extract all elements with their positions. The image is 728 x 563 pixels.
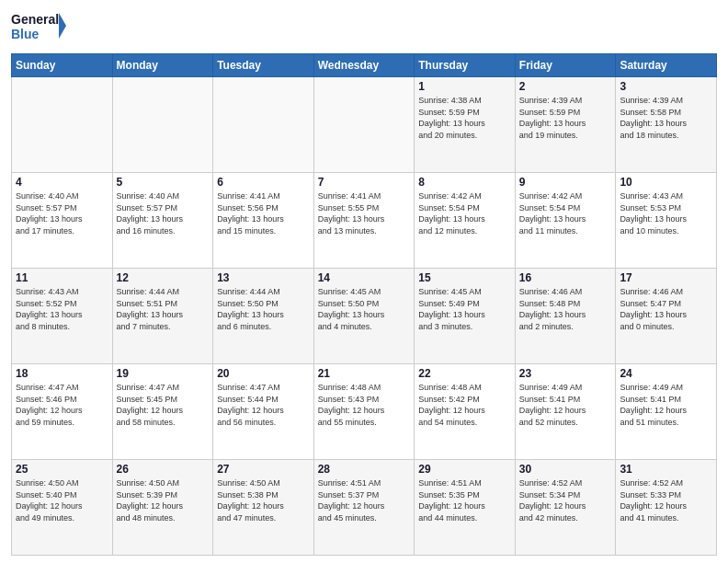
calendar-week-row: 18Sunrise: 4:47 AM Sunset: 5:46 PM Dayli… <box>12 364 717 460</box>
day-info: Sunrise: 4:49 AM Sunset: 5:41 PM Dayligh… <box>519 382 612 428</box>
day-info: Sunrise: 4:39 AM Sunset: 5:58 PM Dayligh… <box>620 95 712 141</box>
day-number: 30 <box>519 463 612 476</box>
calendar-day-cell: 27Sunrise: 4:50 AM Sunset: 5:38 PM Dayli… <box>213 460 314 556</box>
header: General Blue <box>11 9 717 48</box>
calendar-day-cell: 3Sunrise: 4:39 AM Sunset: 5:58 PM Daylig… <box>616 77 717 173</box>
day-number: 13 <box>217 271 310 284</box>
day-number: 20 <box>217 367 310 380</box>
calendar-day-cell: 15Sunrise: 4:45 AM Sunset: 5:49 PM Dayli… <box>415 269 516 364</box>
day-info: Sunrise: 4:38 AM Sunset: 5:59 PM Dayligh… <box>418 95 511 141</box>
weekday-header: Friday <box>515 54 616 77</box>
calendar-day-cell: 23Sunrise: 4:49 AM Sunset: 5:41 PM Dayli… <box>515 364 616 460</box>
calendar-day-cell: 18Sunrise: 4:47 AM Sunset: 5:46 PM Dayli… <box>12 364 113 460</box>
day-number: 25 <box>16 463 108 476</box>
day-number: 23 <box>519 367 612 380</box>
calendar-day-cell: 19Sunrise: 4:47 AM Sunset: 5:45 PM Dayli… <box>112 364 213 460</box>
calendar-day-cell: 25Sunrise: 4:50 AM Sunset: 5:40 PM Dayli… <box>12 460 113 556</box>
day-info: Sunrise: 4:42 AM Sunset: 5:54 PM Dayligh… <box>418 190 511 236</box>
calendar-day-cell <box>313 77 415 173</box>
day-number: 22 <box>418 367 511 380</box>
day-number: 6 <box>217 176 310 189</box>
day-number: 17 <box>620 271 712 284</box>
weekday-header: Monday <box>112 54 213 77</box>
day-info: Sunrise: 4:46 AM Sunset: 5:47 PM Dayligh… <box>620 286 712 332</box>
calendar-day-cell: 17Sunrise: 4:46 AM Sunset: 5:47 PM Dayli… <box>616 269 717 364</box>
calendar-day-cell: 24Sunrise: 4:49 AM Sunset: 5:41 PM Dayli… <box>616 364 717 460</box>
day-info: Sunrise: 4:45 AM Sunset: 5:49 PM Dayligh… <box>418 286 511 332</box>
day-number: 8 <box>418 176 511 189</box>
weekday-header: Thursday <box>415 54 516 77</box>
day-number: 27 <box>217 463 310 476</box>
day-number: 1 <box>418 80 511 93</box>
day-info: Sunrise: 4:41 AM Sunset: 5:56 PM Dayligh… <box>217 190 310 236</box>
calendar-day-cell: 26Sunrise: 4:50 AM Sunset: 5:39 PM Dayli… <box>112 460 213 556</box>
day-info: Sunrise: 4:40 AM Sunset: 5:57 PM Dayligh… <box>16 190 108 236</box>
calendar-day-cell: 8Sunrise: 4:42 AM Sunset: 5:54 PM Daylig… <box>415 173 516 269</box>
day-info: Sunrise: 4:44 AM Sunset: 5:50 PM Dayligh… <box>217 286 310 332</box>
day-number: 31 <box>620 463 712 476</box>
calendar-day-cell: 22Sunrise: 4:48 AM Sunset: 5:42 PM Dayli… <box>415 364 516 460</box>
day-info: Sunrise: 4:39 AM Sunset: 5:59 PM Dayligh… <box>519 95 612 141</box>
weekday-header: Wednesday <box>313 54 415 77</box>
calendar-day-cell: 21Sunrise: 4:48 AM Sunset: 5:43 PM Dayli… <box>313 364 415 460</box>
day-info: Sunrise: 4:45 AM Sunset: 5:50 PM Dayligh… <box>318 286 411 332</box>
day-number: 24 <box>620 367 712 380</box>
day-number: 7 <box>318 176 411 189</box>
day-info: Sunrise: 4:46 AM Sunset: 5:48 PM Dayligh… <box>519 286 612 332</box>
calendar-day-cell: 12Sunrise: 4:44 AM Sunset: 5:51 PM Dayli… <box>112 269 213 364</box>
svg-text:Blue: Blue <box>11 27 40 41</box>
day-number: 29 <box>418 463 511 476</box>
day-number: 21 <box>318 367 411 380</box>
day-number: 5 <box>117 176 210 189</box>
day-info: Sunrise: 4:47 AM Sunset: 5:45 PM Dayligh… <box>117 382 210 428</box>
weekday-header: Tuesday <box>213 54 314 77</box>
calendar-week-row: 4Sunrise: 4:40 AM Sunset: 5:57 PM Daylig… <box>12 173 717 269</box>
calendar-table: SundayMondayTuesdayWednesdayThursdayFrid… <box>11 53 717 556</box>
calendar-day-cell: 6Sunrise: 4:41 AM Sunset: 5:56 PM Daylig… <box>213 173 314 269</box>
weekday-header: Sunday <box>12 54 113 77</box>
calendar-day-cell: 29Sunrise: 4:51 AM Sunset: 5:35 PM Dayli… <box>415 460 516 556</box>
day-info: Sunrise: 4:43 AM Sunset: 5:52 PM Dayligh… <box>16 286 108 332</box>
calendar-day-cell: 11Sunrise: 4:43 AM Sunset: 5:52 PM Dayli… <box>12 269 113 364</box>
day-number: 19 <box>117 367 210 380</box>
calendar-day-cell: 14Sunrise: 4:45 AM Sunset: 5:50 PM Dayli… <box>313 269 415 364</box>
day-number: 26 <box>117 463 210 476</box>
svg-marker-2 <box>59 13 66 39</box>
logo: General Blue <box>11 9 66 48</box>
day-info: Sunrise: 4:40 AM Sunset: 5:57 PM Dayligh… <box>117 190 210 236</box>
calendar-day-cell: 5Sunrise: 4:40 AM Sunset: 5:57 PM Daylig… <box>112 173 213 269</box>
calendar-day-cell: 2Sunrise: 4:39 AM Sunset: 5:59 PM Daylig… <box>515 77 616 173</box>
day-info: Sunrise: 4:43 AM Sunset: 5:53 PM Dayligh… <box>620 190 712 236</box>
calendar-day-cell: 1Sunrise: 4:38 AM Sunset: 5:59 PM Daylig… <box>415 77 516 173</box>
calendar-day-cell: 30Sunrise: 4:52 AM Sunset: 5:34 PM Dayli… <box>515 460 616 556</box>
day-number: 10 <box>620 176 712 189</box>
calendar-day-cell: 20Sunrise: 4:47 AM Sunset: 5:44 PM Dayli… <box>213 364 314 460</box>
calendar-day-cell <box>112 77 213 173</box>
day-number: 2 <box>519 80 612 93</box>
day-info: Sunrise: 4:41 AM Sunset: 5:55 PM Dayligh… <box>318 190 411 236</box>
day-info: Sunrise: 4:48 AM Sunset: 5:43 PM Dayligh… <box>318 382 411 428</box>
calendar-day-cell <box>213 77 314 173</box>
calendar-day-cell: 9Sunrise: 4:42 AM Sunset: 5:54 PM Daylig… <box>515 173 616 269</box>
day-number: 16 <box>519 271 612 284</box>
day-number: 28 <box>318 463 411 476</box>
day-info: Sunrise: 4:47 AM Sunset: 5:46 PM Dayligh… <box>16 382 108 428</box>
day-info: Sunrise: 4:51 AM Sunset: 5:35 PM Dayligh… <box>418 477 511 523</box>
calendar-week-row: 1Sunrise: 4:38 AM Sunset: 5:59 PM Daylig… <box>12 77 717 173</box>
day-number: 18 <box>16 367 108 380</box>
day-number: 4 <box>16 176 108 189</box>
day-info: Sunrise: 4:47 AM Sunset: 5:44 PM Dayligh… <box>217 382 310 428</box>
day-number: 14 <box>318 271 411 284</box>
logo-svg: General Blue <box>11 9 66 48</box>
day-info: Sunrise: 4:51 AM Sunset: 5:37 PM Dayligh… <box>318 477 411 523</box>
day-number: 11 <box>16 271 108 284</box>
calendar-day-cell: 7Sunrise: 4:41 AM Sunset: 5:55 PM Daylig… <box>313 173 415 269</box>
calendar-day-cell: 4Sunrise: 4:40 AM Sunset: 5:57 PM Daylig… <box>12 173 113 269</box>
day-info: Sunrise: 4:50 AM Sunset: 5:39 PM Dayligh… <box>117 477 210 523</box>
day-info: Sunrise: 4:50 AM Sunset: 5:38 PM Dayligh… <box>217 477 310 523</box>
calendar-day-cell: 10Sunrise: 4:43 AM Sunset: 5:53 PM Dayli… <box>616 173 717 269</box>
calendar-day-cell: 28Sunrise: 4:51 AM Sunset: 5:37 PM Dayli… <box>313 460 415 556</box>
day-number: 3 <box>620 80 712 93</box>
day-number: 12 <box>117 271 210 284</box>
day-number: 9 <box>519 176 612 189</box>
